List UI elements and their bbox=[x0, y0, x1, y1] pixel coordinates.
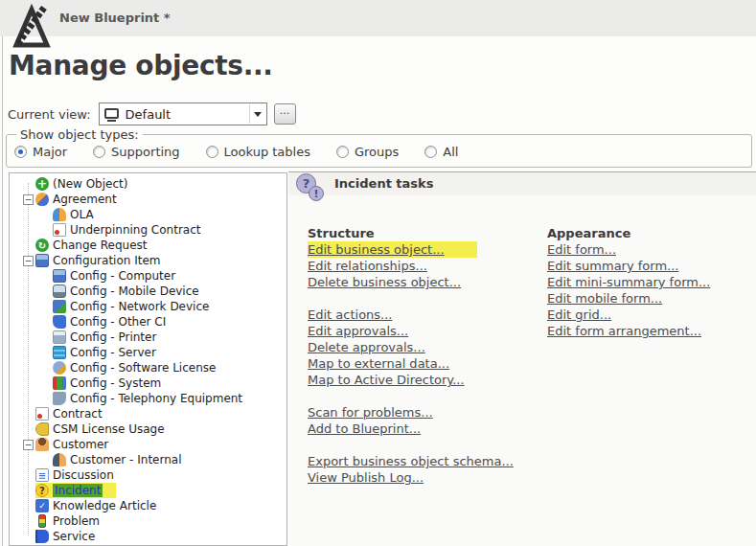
tree-item-content[interactable]: Config - Printer bbox=[53, 330, 156, 345]
task-link-edit-form[interactable]: Edit form... bbox=[547, 241, 616, 258]
tree-item-label: Config - Printer bbox=[70, 330, 156, 344]
current-view-dropdown[interactable]: Default bbox=[99, 102, 267, 125]
task-link-edit-form-arrangement[interactable]: Edit form arrangement... bbox=[547, 323, 701, 339]
radio-major[interactable]: Major bbox=[14, 145, 67, 159]
task-link-edit-summary-form[interactable]: Edit summary form... bbox=[547, 258, 679, 274]
tree-item-config-telephony-equipment[interactable]: Config - Telephony Equipment bbox=[10, 391, 286, 406]
tree-item-config-server[interactable]: Config - Server bbox=[10, 345, 286, 360]
task-link-edit-mini-summary-form[interactable]: Edit mini-summary form... bbox=[547, 274, 710, 290]
task-link-edit-mobile-form[interactable]: Edit mobile form... bbox=[547, 290, 662, 307]
incident-tasks-icon bbox=[296, 173, 332, 206]
tree-item-content[interactable]: CSM License Usage bbox=[35, 421, 165, 437]
tree-item-config-software-license[interactable]: Config - Software License bbox=[10, 360, 286, 375]
tree-item-problem[interactable]: Problem bbox=[10, 513, 286, 529]
tree-item-ola[interactable]: OLA bbox=[10, 207, 286, 222]
change-request-icon bbox=[35, 239, 49, 252]
tree-item-content[interactable]: Config - Server bbox=[53, 345, 156, 360]
task-link-scan-for-problems[interactable]: Scan for problems... bbox=[308, 404, 433, 421]
collapse-toggle-icon[interactable] bbox=[23, 440, 34, 450]
tree-item-customer[interactable]: Customer bbox=[10, 437, 286, 452]
tree-item-label: (New Object) bbox=[53, 177, 127, 191]
collapse-toggle-icon[interactable] bbox=[23, 194, 34, 205]
radio-circle-icon[interactable] bbox=[336, 146, 349, 158]
collapse-toggle-icon[interactable] bbox=[23, 256, 34, 266]
tree-item-label: Agreement bbox=[53, 193, 117, 206]
task-link-delete-approvals[interactable]: Delete approvals... bbox=[308, 339, 425, 355]
tree-item-label: Contract bbox=[53, 407, 103, 421]
task-link-edit-business-object[interactable]: Edit business object... bbox=[308, 241, 477, 258]
view-options-button[interactable]: ... bbox=[274, 103, 296, 125]
tree-item-content[interactable]: Config - Telephony Equipment bbox=[53, 391, 242, 406]
tree-item-config-system[interactable]: Config - System bbox=[10, 375, 286, 391]
task-link-edit-grid[interactable]: Edit grid... bbox=[547, 307, 611, 323]
radio-circle-icon[interactable] bbox=[93, 146, 105, 158]
link-group: Edit form...Edit summary form...Edit min… bbox=[547, 241, 710, 339]
tree-item-content[interactable]: Service bbox=[35, 529, 95, 544]
task-link-view-publish-log[interactable]: View Publish Log... bbox=[308, 469, 424, 486]
tree-item-label: Customer bbox=[53, 438, 108, 451]
tree-item-config-network-device[interactable]: Config - Network Device bbox=[10, 299, 286, 314]
tree-item-service[interactable]: Service bbox=[10, 529, 286, 544]
task-link-export-business-object-schema[interactable]: Export business object schema... bbox=[308, 453, 514, 469]
tree-item-label: Configuration Item bbox=[53, 254, 161, 267]
radio-groups[interactable]: Groups bbox=[336, 145, 399, 159]
tree-item-csm-license-usage[interactable]: CSM License Usage bbox=[10, 421, 286, 437]
tree-item-content[interactable]: Problem bbox=[35, 513, 100, 529]
tree-item-new-object[interactable]: (New Object) bbox=[10, 176, 286, 192]
tree-item-label: Problem bbox=[53, 514, 100, 528]
tree-item-content[interactable]: (New Object) bbox=[35, 176, 127, 192]
tree-item-agreement[interactable]: Agreement bbox=[10, 192, 286, 207]
tree-item-content[interactable]: Incident bbox=[35, 483, 116, 498]
task-link-delete-business-object[interactable]: Delete business object... bbox=[308, 274, 461, 290]
current-view-value: Default bbox=[126, 107, 249, 122]
task-link-edit-relationships[interactable]: Edit relationships... bbox=[308, 258, 427, 274]
radio-all[interactable]: All bbox=[424, 145, 458, 159]
radio-label: Supporting bbox=[111, 145, 180, 159]
tree-item-configuration-item[interactable]: Configuration Item bbox=[10, 253, 286, 268]
tree-item-content[interactable]: Config - Mobile Device bbox=[53, 284, 199, 299]
tree-item-content[interactable]: Change Request bbox=[35, 238, 148, 253]
radio-circle-icon[interactable] bbox=[206, 146, 218, 158]
tree-item-content[interactable]: Discussion bbox=[35, 467, 114, 483]
tree-item-label: Config - Telephony Equipment bbox=[70, 392, 242, 405]
task-link-add-to-blueprint[interactable]: Add to Blueprint... bbox=[308, 421, 421, 437]
task-link-edit-approvals[interactable]: Edit approvals... bbox=[308, 323, 408, 339]
tree-item-incident[interactable]: Incident bbox=[10, 483, 286, 498]
task-link-map-to-external-data[interactable]: Map to external data... bbox=[308, 355, 449, 372]
task-link-edit-actions[interactable]: Edit actions... bbox=[308, 307, 393, 323]
tree-item-config-other-ci[interactable]: Config - Other CI bbox=[10, 314, 286, 330]
tree-item-content[interactable]: Config - System bbox=[53, 375, 161, 391]
tree-item-content[interactable]: Config - Computer bbox=[53, 268, 175, 284]
radio-label: All bbox=[443, 145, 458, 159]
tree-item-change-request[interactable]: Change Request bbox=[10, 238, 286, 253]
tree-item-content[interactable]: Knowledge Article bbox=[35, 498, 156, 513]
tree-item-config-mobile-device[interactable]: Config - Mobile Device bbox=[10, 284, 286, 299]
tree-item-content[interactable]: Config - Network Device bbox=[53, 299, 209, 314]
tree-item-content[interactable]: Configuration Item bbox=[35, 253, 161, 268]
tree-item-content[interactable]: Config - Other CI bbox=[53, 314, 166, 330]
radio-lookup-tables[interactable]: Lookup tables bbox=[206, 145, 310, 159]
tree-item-config-printer[interactable]: Config - Printer bbox=[10, 330, 286, 345]
radio-supporting[interactable]: Supporting bbox=[93, 145, 180, 159]
link-group: Edit business object...Edit relationship… bbox=[308, 241, 547, 290]
tree-item-content[interactable]: Customer bbox=[35, 437, 108, 452]
tree-item-label: Config - Network Device bbox=[70, 300, 209, 313]
task-link-map-to-active-directory[interactable]: Map to Active Directory... bbox=[308, 372, 465, 388]
tree-item-content[interactable]: Config - Software License bbox=[53, 360, 216, 375]
radio-circle-icon[interactable] bbox=[424, 146, 437, 158]
tree-item-contract[interactable]: Contract bbox=[10, 406, 286, 421]
tree-item-content[interactable]: Underpinning Contract bbox=[53, 222, 200, 238]
tree-item-customer-internal[interactable]: Customer - Internal bbox=[10, 452, 286, 467]
tree-item-content[interactable]: Customer - Internal bbox=[53, 452, 182, 467]
object-tree[interactable]: (New Object)AgreementOLAUnderpinning Con… bbox=[9, 172, 287, 546]
tree-item-content[interactable]: Agreement bbox=[35, 192, 117, 207]
configuration-item-icon bbox=[35, 254, 49, 267]
tree-item-underpinning-contract[interactable]: Underpinning Contract bbox=[10, 222, 286, 238]
dropdown-arrow-icon[interactable] bbox=[249, 104, 266, 124]
tree-item-config-computer[interactable]: Config - Computer bbox=[10, 268, 286, 284]
tree-item-discussion[interactable]: Discussion bbox=[10, 467, 286, 483]
radio-circle-icon[interactable] bbox=[14, 146, 27, 158]
tree-item-content[interactable]: OLA bbox=[53, 207, 94, 222]
tree-item-content[interactable]: Contract bbox=[35, 406, 103, 421]
tree-item-knowledge-article[interactable]: Knowledge Article bbox=[10, 498, 286, 513]
